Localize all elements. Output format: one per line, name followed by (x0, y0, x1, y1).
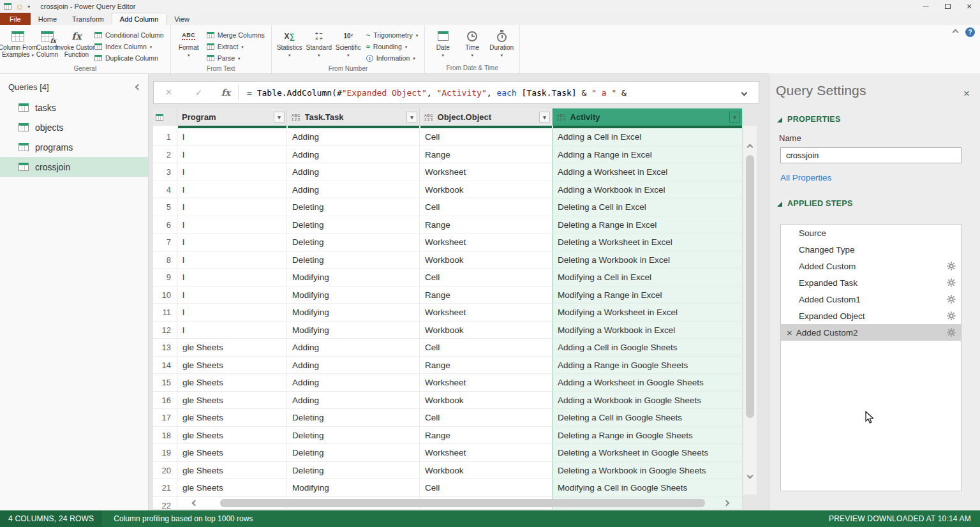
table-row[interactable]: 15gle SheetsAddingWorksheetAdding a Work… (153, 374, 743, 392)
cell-object[interactable]: Range (420, 146, 553, 164)
cell-activity[interactable]: Deleting a Cell in Google Sheets (553, 409, 743, 427)
step-settings-gear-icon[interactable] (947, 295, 956, 304)
cell-activity[interactable]: Deleting a Workbook in Excel (553, 251, 743, 269)
table-row[interactable]: 6lDeletingRangeDeleting a Range in Excel (153, 216, 743, 234)
scroll-left-icon[interactable] (192, 500, 198, 507)
cell-activity[interactable]: Adding a Cell in Google Sheets (553, 339, 743, 357)
cell-activity[interactable]: Adding a Workbook in Excel (553, 181, 743, 199)
cell-program[interactable]: l (177, 234, 287, 251)
query-name-input[interactable] (780, 147, 961, 163)
cell-activity[interactable]: Modifying a Worksheet in Excel (553, 304, 743, 322)
column-header-object[interactable]: Object.Object (420, 108, 553, 126)
properties-section-header[interactable]: PROPERTIES (769, 115, 980, 124)
cell-program[interactable]: l (177, 181, 287, 199)
cell-program[interactable]: gle Sheets (177, 444, 287, 462)
filter-icon[interactable] (274, 112, 285, 122)
tab-add-column[interactable]: Add Column (112, 13, 167, 25)
cell-task[interactable]: Adding (287, 146, 420, 164)
table-row[interactable]: 11lModifyingWorksheetModifying a Workshe… (153, 304, 743, 322)
column-from-examples-button[interactable]: Column FromExamples ▾ (3, 26, 33, 58)
applied-steps-section-header[interactable]: APPLIED STEPS (769, 199, 980, 208)
cell-program[interactable]: l (177, 269, 287, 286)
expand-formula-button[interactable] (729, 91, 759, 95)
cell-task[interactable]: Modifying (287, 479, 420, 497)
horizontal-scrollbar-thumb[interactable] (220, 499, 705, 507)
rounding-button[interactable]: ≈Rounding▾ (363, 41, 421, 52)
scientific-button[interactable]: 10² Scientific▾ (334, 26, 363, 58)
cell-activity[interactable]: Deleting a Range in Google Sheets (553, 427, 743, 445)
cell-task[interactable]: Adding (287, 357, 420, 375)
merge-columns-button[interactable]: Merge Columns (204, 29, 268, 41)
table-row[interactable]: 13gle SheetsAddingCellAdding a Cell in G… (153, 339, 743, 357)
cell-object[interactable]: Cell (420, 269, 553, 286)
table-row[interactable]: 9lModifyingCellModifying a Cell in Excel (153, 269, 743, 286)
cell-program[interactable]: l (177, 251, 287, 269)
step-added-custom[interactable]: Added Custom (781, 258, 961, 274)
cell-program[interactable]: l (177, 146, 287, 164)
maximize-button[interactable] (937, 0, 958, 13)
table-row[interactable]: 17gle SheetsDeletingCellDeleting a Cell … (153, 409, 743, 427)
formula-input[interactable]: = Table.AddColumn(#"Expanded Object", "A… (247, 88, 729, 98)
cell-object[interactable]: Range (420, 357, 553, 375)
cell-activity[interactable]: Modifying a Workbook in Excel (553, 322, 743, 339)
cell-activity[interactable]: Adding a Workbook in Google Sheets (553, 392, 743, 410)
delete-step-icon[interactable] (787, 327, 792, 338)
cell-object[interactable]: Range (420, 286, 553, 304)
status-profiling[interactable]: Column profiling based on top 1000 rows (102, 514, 253, 523)
cell-object[interactable]: Range (420, 427, 553, 445)
cell-activity[interactable]: Deleting a Worksheet in Google Sheets (553, 444, 743, 462)
cell-object[interactable]: Worksheet (420, 374, 553, 392)
column-header-task[interactable]: Task.Task (287, 108, 420, 126)
tab-file[interactable]: File (0, 13, 31, 25)
close-settings-icon[interactable] (963, 87, 970, 100)
cell-activity[interactable]: Deleting a Workbook in Google Sheets (553, 462, 743, 480)
scroll-right-icon[interactable] (724, 500, 730, 507)
cell-object[interactable]: Worksheet (420, 304, 553, 322)
cell-task[interactable]: Adding (287, 374, 420, 392)
cell-task[interactable]: Deleting (287, 427, 420, 445)
cell-object[interactable]: Workbook (420, 322, 553, 339)
scroll-down-icon[interactable] (747, 473, 754, 479)
table-row[interactable]: 2lAddingRangeAdding a Range in Excel (153, 146, 743, 164)
cell-task[interactable]: Deleting (287, 216, 420, 234)
collapse-ribbon-icon[interactable] (953, 29, 959, 36)
cell-task[interactable]: Deleting (287, 444, 420, 462)
cell-program[interactable]: l (177, 216, 287, 234)
index-column-button[interactable]: Index Column▾ (91, 41, 167, 52)
table-row[interactable]: 3lAddingWorksheetAdding a Worksheet in E… (153, 163, 743, 181)
cell-activity[interactable]: Adding a Worksheet in Excel (553, 163, 743, 181)
horizontal-scrollbar[interactable] (185, 497, 740, 509)
filter-icon[interactable] (406, 112, 417, 122)
cell-object[interactable]: Cell (420, 198, 553, 216)
all-properties-link[interactable]: All Properties (769, 163, 980, 182)
cell-program[interactable]: l (177, 286, 287, 304)
table-row[interactable]: 4lAddingWorkbookAdding a Workbook in Exc… (153, 181, 743, 199)
step-settings-gear-icon[interactable] (947, 328, 956, 337)
duration-button[interactable]: Duration▾ (487, 26, 516, 58)
cell-program[interactable]: l (177, 163, 287, 181)
collapse-queries-pane-icon[interactable] (135, 84, 142, 91)
table-row[interactable]: 12lModifyingWorkbookModifying a Workbook… (153, 322, 743, 339)
filter-icon[interactable] (729, 112, 740, 122)
cell-task[interactable]: Adding (287, 163, 420, 181)
cell-activity[interactable]: Adding a Range in Google Sheets (553, 357, 743, 375)
step-source[interactable]: Source (781, 225, 961, 241)
information-button[interactable]: iInformation▾ (363, 52, 421, 64)
cell-program[interactable]: l (177, 304, 287, 322)
table-row[interactable]: 14gle SheetsAddingRangeAdding a Range in… (153, 357, 743, 375)
cell-object[interactable]: Cell (420, 128, 553, 146)
cell-object[interactable]: Workbook (420, 462, 553, 480)
table-row[interactable]: 21gle SheetsModifyingCellModifying a Cel… (153, 479, 743, 497)
cell-activity[interactable]: Adding a Cell in Excel (553, 128, 743, 146)
tab-home[interactable]: Home (31, 13, 64, 25)
format-button[interactable]: ABC Format▾ (174, 26, 204, 58)
step-settings-gear-icon[interactable] (947, 262, 956, 271)
tab-transform[interactable]: Transform (64, 13, 112, 25)
cell-object[interactable]: Cell (420, 479, 553, 497)
query-item-programs[interactable]: programs (0, 137, 148, 157)
scroll-up-icon[interactable] (747, 144, 754, 151)
cell-object[interactable]: Cell (420, 409, 553, 427)
vertical-scrollbar[interactable] (743, 126, 757, 494)
cell-program[interactable]: gle Sheets (177, 427, 287, 445)
cell-activity[interactable]: Deleting a Worksheet in Excel (553, 234, 743, 251)
